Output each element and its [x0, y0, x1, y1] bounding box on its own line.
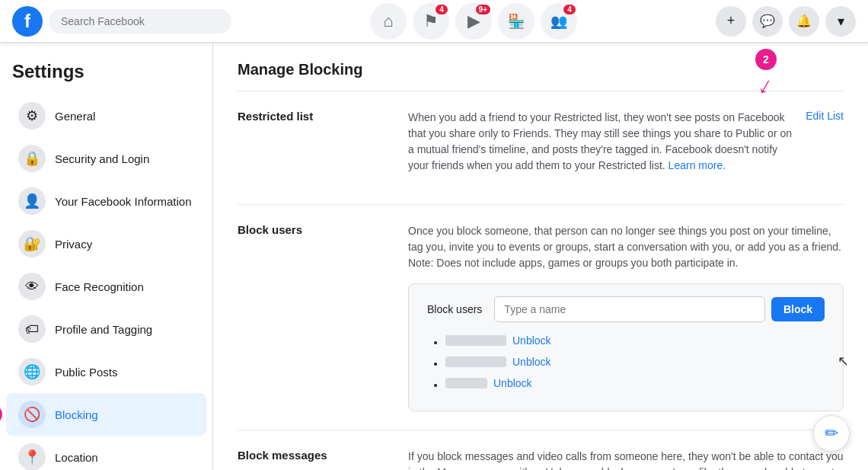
location-icon: 📍 [18, 443, 46, 470]
block-input-label: Block users [427, 303, 482, 315]
settings-sidebar: Settings ⚙ General 🔒 Security and Login … [0, 43, 213, 470]
block-button[interactable]: Block [771, 297, 825, 321]
sidebar-item-public-posts[interactable]: 🌐 Public Posts [6, 350, 206, 393]
plus-button[interactable]: + [716, 6, 746, 37]
blocked-name-blur-2 [445, 356, 506, 367]
top-navigation: f ⌂ ⚑4 ▶9+ 🏪 👥4 + 💬 🔔 ▾ [0, 0, 868, 43]
block-messages-heading: Block messages [238, 449, 327, 462]
blocked-users-list: Unblock Unblock Unbloc [427, 334, 825, 389]
notifications-button[interactable]: 🔔 [789, 6, 819, 37]
general-icon: ⚙ [18, 102, 46, 129]
nav-right: + 💬 🔔 ▾ [716, 6, 856, 37]
sidebar-label-profile: Profile and Tagging [55, 323, 152, 336]
play-badge: 9+ [476, 5, 490, 14]
logo-letter: f [24, 12, 30, 30]
sidebar-item-profile-tagging[interactable]: 🏷 Profile and Tagging [6, 308, 206, 350]
block-users-right: Once you block someone, that person can … [408, 223, 844, 411]
store-nav-button[interactable]: 🏪 [498, 3, 535, 40]
sidebar-item-face-recognition[interactable]: 👁 Face Recognition [6, 265, 206, 308]
sidebar-label-face: Face Recognition [55, 280, 144, 293]
nav-center: ⌂ ⚑4 ▶9+ 🏪 👥4 [231, 3, 716, 40]
restricted-learn-more[interactable]: Learn more. [669, 159, 726, 171]
public-icon: 🌐 [18, 358, 46, 385]
edit-list-link[interactable]: Edit List [806, 110, 844, 122]
sidebar-item-location[interactable]: 📍 Location [6, 436, 206, 470]
face-icon: 👁 [18, 273, 46, 300]
search-input[interactable] [49, 9, 231, 34]
block-users-desc: Once you block someone, that person can … [408, 223, 844, 271]
sidebar-label-general: General [55, 110, 95, 123]
flag-badge: 4 [436, 5, 448, 14]
block-input-row: Block users Block [427, 296, 825, 322]
facebook-logo[interactable]: f [12, 6, 43, 37]
page-title: Manage Blocking [238, 61, 844, 78]
blocked-name-blur-1 [445, 335, 506, 346]
home-nav-button[interactable]: ⌂ [370, 3, 407, 40]
sidebar-title: Settings [0, 55, 212, 94]
annotation-arrow-1: ➤ 1 [0, 400, 2, 429]
table-row: Unblock [445, 377, 825, 389]
sidebar-item-blocking[interactable]: 🚫 Blocking ➤ 1 [6, 393, 206, 436]
flag-nav-button[interactable]: ⚑4 [413, 3, 449, 40]
sidebar-label-blocking: Blocking [55, 408, 98, 421]
unblock-link-1[interactable]: Unblock [512, 334, 551, 347]
block-messages-right: If you block messages and video calls fr… [408, 449, 844, 470]
security-icon: 🔒 [18, 145, 46, 172]
sidebar-label-security: Security and Login [55, 152, 149, 165]
blocked-item-1: Unblock [445, 334, 825, 347]
block-users-heading: Block users [238, 223, 302, 236]
block-users-box: Block users Block Unblock [408, 283, 844, 411]
unblock-link-2[interactable]: Unblock [512, 356, 551, 368]
section-label-block-users: Block users [238, 223, 390, 411]
edit-chat-button[interactable]: ✏ [813, 415, 850, 452]
sidebar-item-general[interactable]: ⚙ General [6, 94, 206, 137]
restricted-desc: When you add a friend to your Restricted… [408, 110, 793, 174]
section-label-block-messages: Block messages [238, 449, 390, 470]
messenger-button[interactable]: 💬 [752, 6, 783, 37]
people-nav-button[interactable]: 👥4 [541, 3, 577, 40]
table-row: Unblock [445, 334, 825, 347]
table-row: Unblock [445, 356, 825, 368]
blocking-icon: 🚫 [18, 401, 46, 428]
block-messages-section: Block messages If you block messages and… [238, 430, 844, 470]
people-badge: 4 [563, 5, 576, 14]
block-messages-desc: If you block messages and video calls fr… [408, 449, 844, 470]
play-nav-button[interactable]: ▶9+ [455, 3, 492, 40]
block-users-section: Block users Once you block someone, that… [238, 205, 844, 430]
tag-icon: 🏷 [18, 315, 46, 343]
sidebar-item-security[interactable]: 🔒 Security and Login [6, 137, 206, 180]
page-layout: Settings ⚙ General 🔒 Security and Login … [0, 43, 868, 470]
blocked-item-2: Unblock [445, 356, 825, 368]
sidebar-item-privacy[interactable]: 🔐 Privacy [6, 222, 206, 265]
restricted-right: When you add a friend to your Restricted… [408, 110, 844, 186]
sidebar-label-fb-info: Your Facebook Information [55, 195, 192, 208]
unblock-link-3[interactable]: Unblock [493, 377, 532, 389]
annotation-badge-1: 1 [0, 404, 2, 424]
cursor-pointer-icon: ↖ [838, 353, 849, 369]
account-menu-button[interactable]: ▾ [825, 6, 856, 37]
blocked-name-blur-3 [445, 378, 487, 388]
sidebar-label-privacy: Privacy [55, 238, 92, 251]
restricted-list-section: Restricted list When you add a friend to… [238, 91, 844, 205]
blocked-item-3: Unblock [445, 377, 825, 389]
sidebar-label-location: Location [55, 451, 98, 464]
block-name-input[interactable] [494, 296, 765, 322]
restricted-heading: Restricted list [238, 110, 313, 123]
main-content: 2 ↓ Manage Blocking Restricted list When… [213, 43, 868, 470]
edit-chat-icon: ✏ [825, 424, 838, 443]
sidebar-label-public: Public Posts [55, 366, 118, 379]
sidebar-item-fb-info[interactable]: 👤 Your Facebook Information [6, 180, 206, 222]
privacy-icon: 🔐 [18, 230, 46, 257]
fb-info-icon: 👤 [18, 187, 46, 215]
section-label-restricted: Restricted list [238, 110, 390, 186]
nav-left: f [12, 6, 231, 37]
